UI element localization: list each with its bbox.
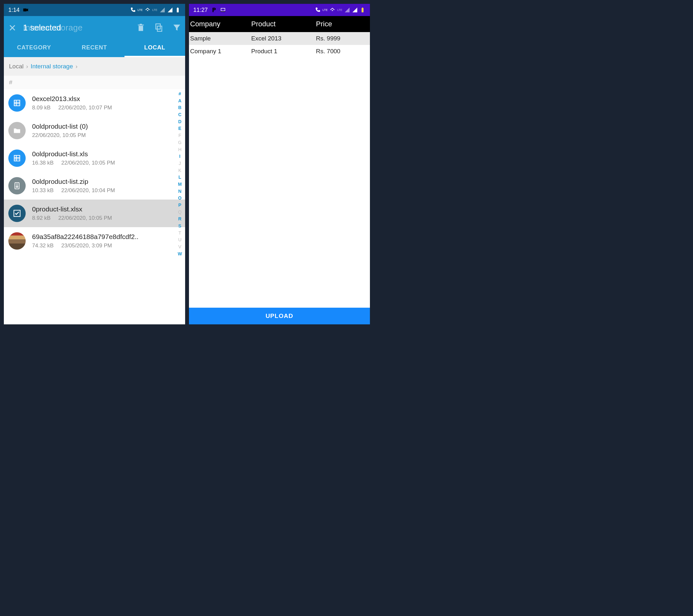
zip-icon xyxy=(8,177,26,194)
svg-rect-0 xyxy=(23,9,27,12)
index-letter[interactable]: V xyxy=(178,243,181,251)
phone-lte-icon xyxy=(315,7,320,13)
index-letter[interactable]: W xyxy=(178,251,182,258)
p-icon xyxy=(211,7,217,13)
tab-category[interactable]: CATEGORY xyxy=(4,39,64,57)
wifi-icon xyxy=(145,7,151,13)
table-header: Company Product Price xyxy=(189,16,370,32)
index-letter[interactable]: C xyxy=(178,111,181,118)
selection-count: 1 selected xyxy=(23,23,61,33)
file-name: 0oldproduct-list (0) xyxy=(32,123,181,130)
tab-recent[interactable]: RECENT xyxy=(64,39,124,57)
close-icon[interactable] xyxy=(8,23,17,32)
delete-icon[interactable] xyxy=(136,23,145,32)
laptop-icon xyxy=(220,7,226,13)
index-letter[interactable]: D xyxy=(178,118,181,125)
upload-button[interactable]: UPLOAD xyxy=(189,308,370,324)
table-body: Sample Excel 2013 Rs. 9999 Company 1 Pro… xyxy=(189,32,370,308)
cell-product: Product 1 xyxy=(251,48,316,55)
breadcrumb-root[interactable]: Local xyxy=(9,63,23,70)
signal-icon xyxy=(344,7,350,13)
file-date: 22/06/2020, 10:05 PM xyxy=(58,215,112,221)
file-size: 16.38 kB xyxy=(32,160,54,166)
file-row[interactable]: 0excel2013.xlsx 8.09 kB 22/06/2020, 10:0… xyxy=(4,89,185,117)
file-row[interactable]: 0product-list.xlsx 8.92 kB 22/06/2020, 1… xyxy=(4,200,185,227)
cell-company: Company 1 xyxy=(190,48,252,55)
wifi-icon xyxy=(330,7,335,13)
index-letter[interactable]: N xyxy=(178,188,181,195)
index-letter[interactable]: A xyxy=(178,98,181,105)
file-manager-screen: 1:14 LTE LTE Internal storage 1 selected… xyxy=(4,4,185,324)
index-letter[interactable]: I xyxy=(179,153,181,160)
index-letter[interactable]: # xyxy=(179,91,181,98)
section-hash: # xyxy=(9,79,13,86)
cell-price: Rs. 7000 xyxy=(316,48,370,55)
index-letter[interactable]: U xyxy=(178,236,181,243)
table-row[interactable]: Company 1 Product 1 Rs. 7000 xyxy=(189,45,370,58)
svg-rect-12 xyxy=(362,8,363,8)
index-letter[interactable]: B xyxy=(178,104,181,111)
img-icon xyxy=(8,232,26,250)
svg-rect-10 xyxy=(221,8,225,11)
cell-price: Rs. 9999 xyxy=(316,35,370,42)
cell-product: Excel 2013 xyxy=(251,35,316,42)
sheet-icon xyxy=(8,150,26,167)
filter-icon[interactable] xyxy=(172,23,181,32)
app-bar: Internal storage 1 selected xyxy=(4,16,185,39)
index-letter[interactable]: K xyxy=(178,167,181,174)
signal-icon xyxy=(352,7,358,13)
file-name: 69a35af8a22246188a797e8dfcdf2.. xyxy=(32,233,181,241)
battery-icon xyxy=(360,7,365,13)
breadcrumb: Local › Internal storage › xyxy=(4,57,185,76)
index-letter[interactable]: Q xyxy=(178,209,182,216)
index-letter[interactable]: P xyxy=(178,202,181,209)
index-letter[interactable]: T xyxy=(178,230,181,237)
folder-icon xyxy=(8,122,26,139)
header-price: Price xyxy=(316,20,370,28)
file-date: 22/06/2020, 10:07 PM xyxy=(58,105,112,111)
file-row[interactable]: 0oldproduct-list.zip 10.33 kB 22/06/2020… xyxy=(4,172,185,200)
copy-icon[interactable] xyxy=(154,23,163,32)
file-date: 22/06/2020, 10:05 PM xyxy=(61,160,115,166)
signal-icon xyxy=(167,7,173,13)
index-letter[interactable]: H xyxy=(178,146,181,153)
index-letter[interactable]: L xyxy=(178,174,181,181)
index-letter[interactable]: F xyxy=(178,132,181,139)
svg-rect-5 xyxy=(14,100,20,105)
sheet-icon xyxy=(8,94,26,112)
file-row[interactable]: 0oldproduct-list.xls 16.38 kB 22/06/2020… xyxy=(4,144,185,172)
index-letter[interactable]: E xyxy=(178,125,181,132)
outlook-icon xyxy=(23,7,28,13)
table-row[interactable]: Sample Excel 2013 Rs. 9999 xyxy=(189,32,370,45)
index-letter[interactable]: M xyxy=(178,181,182,188)
tab-local[interactable]: LOCAL xyxy=(124,39,185,57)
chevron-right-icon: › xyxy=(75,63,77,70)
svg-rect-1 xyxy=(177,8,179,13)
file-size: 8.09 kB xyxy=(32,105,51,111)
index-scrollbar[interactable]: #ABCDEFGHIJKLMNOPQRSTUVW xyxy=(177,89,183,324)
file-date: 22/06/2020, 10:05 PM xyxy=(32,132,86,139)
file-name: 0oldproduct-list.zip xyxy=(32,178,181,185)
index-letter[interactable]: G xyxy=(178,139,182,146)
section-header: # xyxy=(4,76,185,89)
index-letter[interactable]: S xyxy=(178,223,181,230)
battery-icon xyxy=(175,7,181,13)
chevron-right-icon: › xyxy=(26,63,28,70)
svg-rect-2 xyxy=(177,8,178,8)
header-company: Company xyxy=(190,20,252,28)
file-size: 8.92 kB xyxy=(32,215,51,221)
file-name: 0excel2013.xlsx xyxy=(32,95,181,103)
status-bar: 1:14 LTE LTE xyxy=(4,4,185,16)
svg-rect-6 xyxy=(14,155,20,161)
index-letter[interactable]: J xyxy=(179,160,181,167)
file-row[interactable]: 69a35af8a22246188a797e8dfcdf2.. 74.32 kB… xyxy=(4,227,185,255)
product-app-screen: 11:27 LTE LTE Company Product Price Samp… xyxy=(189,4,370,324)
breadcrumb-current[interactable]: Internal storage xyxy=(31,63,73,70)
header-product: Product xyxy=(251,20,316,28)
file-list: 0excel2013.xlsx 8.09 kB 22/06/2020, 10:0… xyxy=(4,89,185,324)
file-row[interactable]: 0oldproduct-list (0) 22/06/2020, 10:05 P… xyxy=(4,117,185,144)
index-letter[interactable]: R xyxy=(178,216,181,223)
status-bar: 11:27 LTE LTE xyxy=(189,4,370,16)
index-letter[interactable]: O xyxy=(178,195,182,202)
phone-lte-icon xyxy=(130,7,136,13)
